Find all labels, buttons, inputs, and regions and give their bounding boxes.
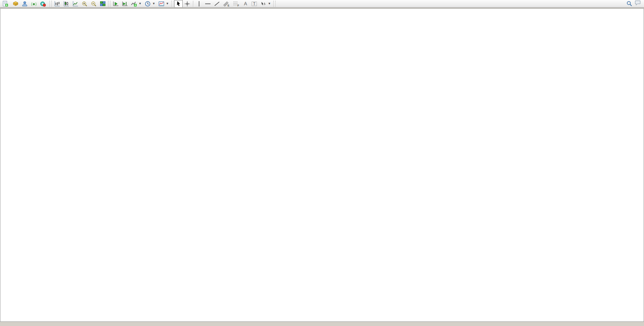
- toolbar-grip: [273, 1, 276, 7]
- new-order-button[interactable]: [1, 0, 11, 8]
- zoom-out-icon: [91, 1, 97, 7]
- data-folder-icon: [13, 1, 19, 7]
- signal-icon: [31, 1, 37, 7]
- search-icon[interactable]: [626, 1, 632, 6]
- data-window-button[interactable]: [11, 0, 20, 8]
- dropdown-arrow-icon: ▼: [268, 2, 271, 5]
- bar-chart-icon: [54, 1, 60, 7]
- channel-tool-button[interactable]: E: [222, 0, 231, 8]
- auto-trading-icon: [40, 1, 46, 7]
- toolbar-grip: [171, 1, 174, 7]
- bar-chart-mode-button[interactable]: [53, 0, 62, 8]
- cursor-tool-button[interactable]: [174, 0, 183, 8]
- fibonacci-icon: F: [233, 1, 240, 7]
- auto-trading-button[interactable]: [38, 0, 49, 8]
- zoom-in-button[interactable]: [80, 0, 89, 8]
- notifications-button[interactable]: [634, 0, 641, 7]
- equidistant-channel-icon: E: [223, 1, 230, 7]
- main-toolbar: ▼ ▼ ▼ E F A: [0, 0, 644, 8]
- svg-text:T: T: [253, 2, 255, 6]
- horizontal-line-tool-button[interactable]: [203, 0, 212, 8]
- text-tool-button[interactable]: A: [241, 0, 250, 8]
- new-order-icon: [2, 1, 8, 7]
- crosshair-icon: [184, 1, 190, 7]
- dropdown-arrow-icon: ▼: [152, 2, 155, 5]
- zoom-in-icon: [81, 1, 88, 7]
- svg-text:A: A: [244, 1, 247, 6]
- crosshair-tool-button[interactable]: [183, 0, 192, 8]
- vertical-line-icon: [196, 1, 202, 7]
- templates-button[interactable]: ▼: [157, 0, 171, 8]
- indicators-icon: [131, 1, 137, 7]
- toolbar-grip: [108, 1, 110, 7]
- signals-button[interactable]: [29, 0, 38, 8]
- candlestick-mode-button[interactable]: [62, 0, 71, 8]
- tile-windows-button[interactable]: [98, 0, 107, 8]
- chat-bubble-icon: [634, 0, 641, 6]
- text-icon: A: [243, 1, 248, 7]
- template-icon: [158, 1, 164, 7]
- text-label-icon: T: [251, 1, 257, 7]
- text-label-tool-button[interactable]: T: [250, 0, 259, 8]
- clock-icon: [145, 1, 151, 7]
- svg-text:E: E: [228, 4, 230, 7]
- horizontal-line-icon: [205, 1, 211, 6]
- profile-icon: [22, 1, 28, 7]
- fibonacci-tool-button[interactable]: F: [231, 0, 241, 8]
- market-watch-button[interactable]: [20, 0, 29, 8]
- shapes-icon: [260, 1, 266, 7]
- trendline-icon: [214, 1, 220, 7]
- chart-shift-button[interactable]: [120, 0, 129, 8]
- indicators-button[interactable]: ▼: [129, 0, 143, 8]
- line-chart-mode-button[interactable]: [71, 0, 80, 8]
- mt4-window: ▼ ▼ ▼ E F A: [0, 0, 644, 326]
- cursor-icon: [176, 1, 181, 6]
- candlestick-icon: [63, 1, 69, 7]
- zoom-out-button[interactable]: [89, 0, 98, 8]
- auto-scroll-icon: [113, 1, 119, 7]
- chart-shift-icon: [122, 1, 128, 7]
- line-chart-icon: [72, 1, 78, 7]
- arrows-tool-button[interactable]: ▼: [259, 0, 273, 8]
- vertical-line-tool-button[interactable]: [195, 0, 203, 8]
- chart-canvas[interactable]: [0, 0, 644, 326]
- svg-text:F: F: [238, 4, 239, 7]
- toolbar-grip: [49, 1, 52, 7]
- periods-button[interactable]: ▼: [143, 0, 157, 8]
- toolbar-separator: [193, 1, 194, 7]
- trendline-tool-button[interactable]: [212, 0, 222, 8]
- dropdown-arrow-icon: ▼: [166, 2, 169, 5]
- auto-scroll-button[interactable]: [111, 0, 120, 8]
- dropdown-arrow-icon: ▼: [139, 2, 142, 5]
- tile-windows-icon: [100, 1, 106, 7]
